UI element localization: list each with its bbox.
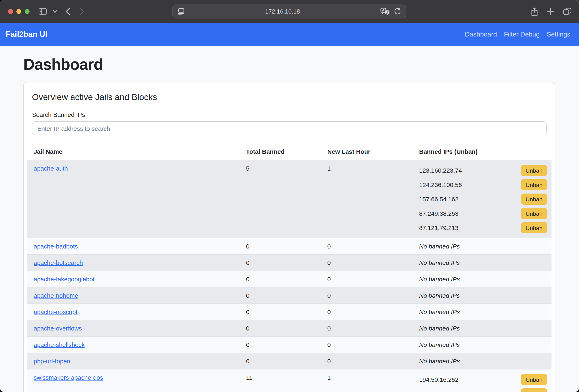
jails-table: Jail NameTotal BannedNew Last HourBanned… (27, 144, 552, 392)
nav-link-settings[interactable]: Settings (547, 31, 570, 38)
unban-button[interactable]: Unban (521, 179, 547, 190)
chevron-down-icon[interactable] (53, 10, 57, 13)
url-text[interactable]: 172.16.10.18 (185, 8, 380, 15)
forward-button[interactable] (80, 8, 84, 15)
banned-ips-cell: No banned IPs (413, 336, 552, 353)
jail-link-apache-overflows[interactable]: apache-overflows (34, 325, 82, 332)
new-last-hour-cell: 0 (321, 238, 412, 254)
jail-name-cell: apache-badbots (27, 238, 239, 254)
sidebar-toggle-icon[interactable] (39, 8, 47, 15)
column-header-new-last-hour: New Last Hour (321, 144, 412, 160)
column-header-total-banned: Total Banned (239, 144, 321, 160)
app-navbar: Fail2ban UI DashboardFilter DebugSetting… (0, 23, 579, 46)
translate-icon[interactable]: A x̄ (380, 7, 390, 15)
nav-link-dashboard[interactable]: Dashboard (465, 31, 497, 38)
banned-ip: 87.249.38.253 (419, 210, 459, 217)
banned-ips-cell: No banned IPs (413, 271, 552, 287)
jail-name-cell: swissmakers-apache-dos (27, 369, 239, 392)
column-header-banned-ips-unban-: Banned IPs (Unban) (413, 144, 552, 160)
jail-name-cell: php-url-fopen (27, 353, 239, 369)
svg-text:A: A (382, 8, 384, 12)
banned-ip: 194.50.16.252 (419, 376, 459, 383)
banned-ip: 124.236.100.56 (419, 181, 462, 189)
jail-link-apache-auth[interactable]: apache-auth (34, 165, 68, 172)
banned-ips-cell: 123.160.223.74Unban124.236.100.56Unban15… (413, 160, 552, 238)
unban-button[interactable]: Unban (521, 374, 547, 385)
card-title: Overview active Jails and Blocks (32, 92, 547, 102)
total-banned-cell: 0 (239, 304, 321, 320)
no-banned-ips-text: No banned IPs (419, 292, 460, 299)
unban-button[interactable]: Unban (521, 388, 547, 392)
table-row: swissmakers-apache-dos111194.50.16.252Un… (27, 369, 552, 392)
jail-link-apache-botsearch[interactable]: apache-botsearch (34, 259, 83, 266)
jail-link-apache-shellshock[interactable]: apache-shellshock (34, 341, 85, 348)
banned-ips-cell: No banned IPs (413, 304, 552, 320)
jail-name-cell: apache-auth (27, 160, 239, 238)
zoom-window-button[interactable] (25, 9, 30, 14)
total-banned-cell: 0 (239, 238, 321, 254)
new-last-hour-cell: 0 (321, 254, 412, 271)
table-row: apache-nohome00No banned IPs (27, 287, 552, 304)
table-row: apache-botsearch00No banned IPs (27, 254, 552, 271)
jail-link-php-url-fopen[interactable]: php-url-fopen (34, 358, 70, 365)
jail-link-swissmakers-apache-dos[interactable]: swissmakers-apache-dos (34, 374, 103, 381)
nav-links: DashboardFilter DebugSettings (465, 31, 571, 38)
new-last-hour-cell: 0 (321, 353, 412, 369)
jail-link-apache-fakegooglebot[interactable]: apache-fakegooglebot (34, 276, 95, 282)
tab-overview-icon[interactable] (563, 8, 572, 15)
browser-toolbar: 172.16.10.18 A x̄ (0, 0, 579, 23)
banned-ip: 123.160.223.74 (419, 167, 462, 174)
page-format-icon[interactable] (178, 8, 185, 15)
banned-ips-cell: No banned IPs (413, 254, 552, 271)
no-banned-ips-text: No banned IPs (419, 259, 460, 266)
search-input[interactable] (32, 121, 547, 135)
jail-link-apache-noscript[interactable]: apache-noscript (34, 308, 77, 315)
jail-name-cell: apache-botsearch (27, 254, 239, 271)
jail-name-cell: apache-shellshock (27, 336, 239, 353)
jail-name-cell: apache-nohome (27, 287, 239, 304)
address-bar[interactable]: 172.16.10.18 A x̄ (172, 4, 406, 18)
unban-button[interactable]: Unban (521, 194, 547, 205)
unban-button[interactable]: Unban (521, 165, 547, 176)
brand-link[interactable]: Fail2ban UI (6, 30, 47, 39)
total-banned-cell: 11 (239, 369, 321, 392)
no-banned-ips-text: No banned IPs (419, 325, 460, 332)
unban-button[interactable]: Unban (521, 208, 547, 219)
table-header-row: Jail NameTotal BannedNew Last HourBanned… (27, 144, 552, 160)
jail-link-apache-nohome[interactable]: apache-nohome (34, 292, 78, 299)
banned-ips-cell: No banned IPs (413, 287, 552, 304)
back-button[interactable] (66, 8, 70, 15)
jail-link-apache-badbots[interactable]: apache-badbots (34, 243, 78, 250)
total-banned-cell: 0 (239, 254, 321, 271)
no-banned-ips-text: No banned IPs (419, 243, 460, 250)
no-banned-ips-text: No banned IPs (419, 308, 460, 315)
page-title: Dashboard (23, 56, 579, 73)
new-last-hour-cell: 1 (321, 160, 412, 238)
banned-ips-cell: No banned IPs (413, 320, 552, 336)
table-row: php-url-fopen00No banned IPs (27, 353, 552, 369)
jail-name-cell: apache-fakegooglebot (27, 271, 239, 287)
overview-card: Overview active Jails and Blocks Search … (23, 82, 555, 392)
new-last-hour-cell: 1 (321, 369, 412, 392)
share-icon[interactable] (531, 7, 538, 16)
page-content: Dashboard Overview active Jails and Bloc… (0, 56, 579, 392)
table-row: apache-shellshock00No banned IPs (27, 336, 552, 353)
minimize-window-button[interactable] (16, 9, 21, 14)
total-banned-cell: 5 (239, 160, 321, 238)
svg-text:x̄: x̄ (386, 10, 388, 14)
unban-button[interactable]: Unban (521, 222, 547, 233)
new-last-hour-cell: 0 (321, 320, 412, 336)
new-last-hour-cell: 0 (321, 304, 412, 320)
new-last-hour-cell: 0 (321, 287, 412, 304)
table-row: apache-overflows00No banned IPs (27, 320, 552, 336)
nav-link-filter-debug[interactable]: Filter Debug (504, 31, 540, 38)
new-tab-icon[interactable] (547, 8, 554, 15)
reload-icon[interactable] (394, 8, 401, 15)
new-last-hour-cell: 0 (321, 271, 412, 287)
total-banned-cell: 0 (239, 320, 321, 336)
table-row: apache-noscript00No banned IPs (27, 304, 552, 320)
banned-ip: 157.66.54.162 (419, 195, 459, 203)
total-banned-cell: 0 (239, 271, 321, 287)
close-window-button[interactable] (8, 9, 13, 14)
jail-name-cell: apache-overflows (27, 320, 239, 336)
